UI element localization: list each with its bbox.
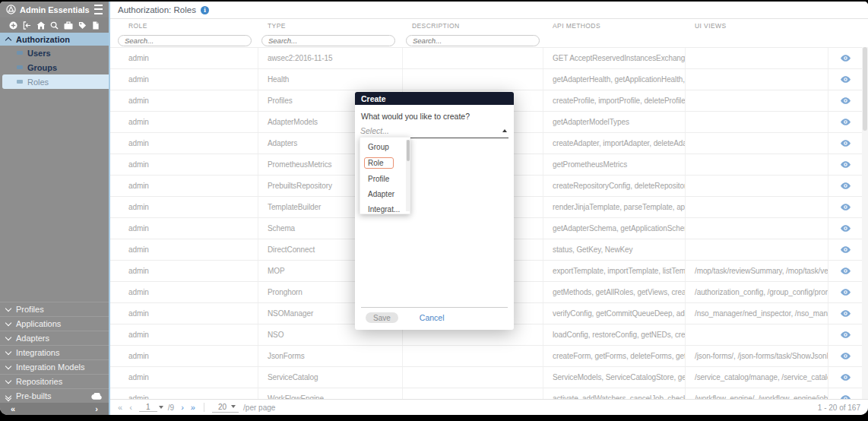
sidebar-expand-icon[interactable]: › bbox=[95, 404, 98, 413]
view-icon[interactable] bbox=[841, 246, 851, 253]
cell-ui-views bbox=[686, 197, 828, 217]
page-number-input[interactable] bbox=[139, 403, 157, 412]
view-icon[interactable] bbox=[841, 267, 851, 274]
view-icon[interactable] bbox=[841, 374, 851, 381]
dropdown-scrollbar[interactable] bbox=[406, 140, 410, 211]
select-placeholder: Select... bbox=[360, 126, 502, 135]
next-page-icon[interactable]: › bbox=[181, 403, 184, 412]
view-icon[interactable] bbox=[841, 310, 851, 317]
last-page-icon[interactable]: » bbox=[191, 403, 195, 412]
item-square-icon bbox=[17, 80, 23, 84]
sidebar-section-repositories[interactable]: Repositories bbox=[0, 374, 109, 388]
view-icon[interactable] bbox=[841, 331, 851, 338]
cell-ui-views bbox=[686, 48, 828, 68]
sidebar-section-adapters[interactable]: Adapters bbox=[0, 331, 109, 345]
cell-api-methods: createProfile, importProfile, deleteProf… bbox=[543, 90, 686, 111]
cell-api-methods: verifyConfig, getCommitQueueDeep, addLoc… bbox=[543, 303, 686, 324]
option-label: Adapter bbox=[368, 189, 394, 199]
table-row[interactable]: admin JsonForms createForm, getForms, de… bbox=[110, 346, 868, 367]
per-page-select[interactable]: 20 bbox=[212, 403, 239, 413]
sidebar-item-users[interactable]: Users bbox=[0, 46, 109, 60]
first-page-icon[interactable]: « bbox=[118, 403, 122, 412]
sidebar-collapse-icon[interactable]: « bbox=[11, 404, 15, 413]
cell-type: WorkFlowEngine bbox=[258, 388, 403, 399]
view-icon[interactable] bbox=[841, 182, 851, 189]
table-scrollbar[interactable] bbox=[862, 47, 868, 399]
cell-api-methods: getAdapterSchema, getApplicationSchema, … bbox=[543, 218, 686, 239]
option-label: Group bbox=[368, 142, 389, 152]
description-search-input[interactable] bbox=[406, 35, 540, 46]
sidebar-section-integrations[interactable]: Integrations bbox=[0, 345, 109, 359]
dropdown-option-adapter[interactable]: Adapter bbox=[360, 189, 410, 199]
page-dropdown-caret-icon[interactable] bbox=[159, 406, 163, 409]
view-icon[interactable] bbox=[841, 353, 851, 359]
section-label: Integrations bbox=[16, 348, 59, 357]
scrollbar-thumb[interactable] bbox=[863, 47, 867, 131]
cell-ui-views: /workflow_engine/, /workflow_engine/job,… bbox=[686, 388, 828, 399]
dropdown-option-group[interactable]: Group bbox=[360, 142, 410, 152]
option-label: Integrat... bbox=[368, 204, 400, 214]
sidebar-section-profiles[interactable]: Profiles bbox=[0, 302, 109, 316]
app-title: Admin Essentials bbox=[20, 5, 94, 14]
role-search-input[interactable] bbox=[118, 35, 252, 46]
tag-icon[interactable] bbox=[78, 21, 87, 30]
table-row[interactable]: admin WorkFlowEngine activate, addWatche… bbox=[110, 388, 868, 399]
dropdown-option-role[interactable]: Role bbox=[360, 157, 410, 169]
cell-role: admin bbox=[110, 218, 258, 239]
view-icon[interactable] bbox=[841, 289, 851, 296]
prev-page-icon[interactable]: ‹ bbox=[129, 403, 132, 412]
sidebar-section-pre-builts[interactable]: Pre-builts bbox=[0, 388, 109, 403]
view-icon[interactable] bbox=[841, 140, 851, 147]
column-header-type: TYPE bbox=[258, 22, 403, 30]
cell-api-methods: GET AcceptReservedInstancesExchangeQu... bbox=[543, 48, 686, 68]
cell-ui-views bbox=[686, 112, 828, 132]
home-icon[interactable] bbox=[36, 21, 46, 30]
view-icon[interactable] bbox=[841, 97, 851, 104]
briefcase-icon[interactable] bbox=[64, 21, 73, 30]
hamburger-menu-icon[interactable] bbox=[94, 5, 103, 14]
sidebar-section-applications[interactable]: Applications bbox=[0, 316, 109, 331]
cell-role: admin bbox=[110, 239, 258, 260]
save-button[interactable]: Save bbox=[366, 312, 398, 323]
dropdown-option-integrat[interactable]: Integrat... bbox=[360, 204, 410, 214]
info-icon[interactable]: i bbox=[201, 6, 209, 14]
sidebar-section-authorization[interactable]: Authorization bbox=[0, 33, 109, 46]
cell-ui-views bbox=[686, 154, 828, 175]
view-icon[interactable] bbox=[841, 76, 851, 83]
search-icon[interactable] bbox=[50, 21, 59, 30]
cancel-button[interactable]: Cancel bbox=[420, 313, 445, 322]
chevron-down-icon bbox=[5, 378, 11, 384]
select-caret-icon bbox=[502, 129, 507, 132]
cell-api-methods: createRepositoryConfig, deleteRepository… bbox=[543, 176, 686, 196]
cell-type: ServiceCatalog bbox=[258, 367, 403, 388]
view-icon[interactable] bbox=[841, 119, 851, 125]
view-icon[interactable] bbox=[841, 161, 851, 168]
per-page-caret-icon bbox=[231, 405, 236, 408]
file-icon[interactable] bbox=[92, 21, 100, 30]
cell-role: admin bbox=[110, 69, 258, 90]
cell-api-methods: exportTemplate, importTemplate, listTemp… bbox=[543, 261, 686, 281]
dropdown-scrollbar-thumb[interactable] bbox=[407, 140, 410, 161]
app-logo-icon bbox=[6, 5, 16, 14]
cell-api-methods: renderJinjaTemplate, parseTemplate, appl… bbox=[543, 197, 686, 217]
add-icon[interactable] bbox=[9, 21, 17, 30]
type-search-input[interactable] bbox=[261, 35, 395, 46]
logout-icon[interactable] bbox=[23, 21, 31, 30]
sidebar-item-roles[interactable]: Roles bbox=[2, 74, 109, 89]
dropdown-option-profile[interactable]: Profile bbox=[360, 174, 410, 184]
view-icon[interactable] bbox=[841, 55, 851, 62]
view-icon[interactable] bbox=[841, 204, 851, 210]
section-label: Adapters bbox=[16, 334, 49, 343]
sidebar-spacer bbox=[0, 89, 109, 302]
table-row[interactable]: admin Health getAdapterHealth, getApplic… bbox=[110, 69, 868, 90]
cell-ui-views bbox=[686, 133, 828, 154]
view-icon[interactable] bbox=[841, 225, 851, 232]
cell-api-methods: createForm, getForms, deleteForms, getFo… bbox=[543, 346, 686, 366]
table-row[interactable]: admin awsec2:2016-11-15 GET AcceptReserv… bbox=[110, 48, 868, 69]
sidebar-section-integration-models[interactable]: Integration Models bbox=[0, 359, 109, 374]
item-label: Roles bbox=[27, 78, 49, 87]
cell-type: Health bbox=[258, 69, 403, 90]
sidebar-item-groups[interactable]: Groups bbox=[0, 60, 109, 74]
table-row[interactable]: admin ServiceCatalog ServiceModels, Serv… bbox=[110, 367, 868, 388]
cell-role: admin bbox=[110, 176, 258, 196]
